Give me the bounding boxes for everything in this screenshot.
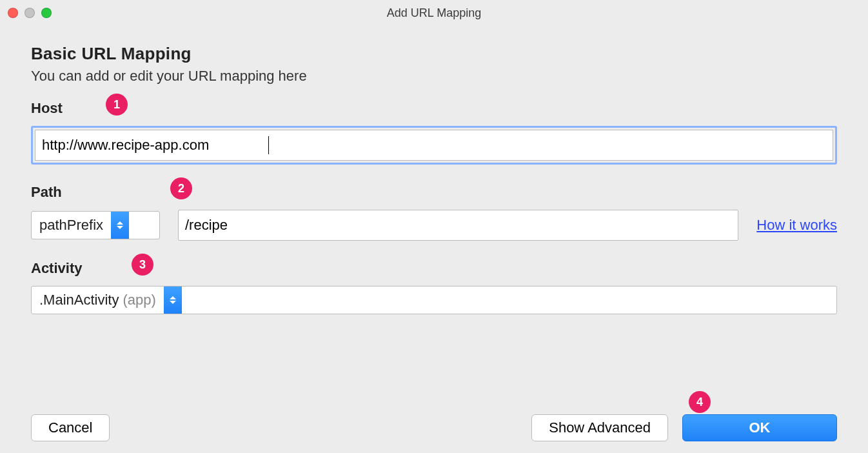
text-caret (268, 136, 269, 154)
dialog-content: Basic URL Mapping You can add or edit yo… (0, 26, 868, 314)
zoom-window-button[interactable] (41, 8, 52, 18)
chevron-up-icon (117, 221, 123, 225)
activity-selected: .MainActivity (app) (32, 287, 164, 314)
dialog-footer: Cancel Show Advanced 4 OK (0, 414, 868, 441)
chevron-down-icon (117, 226, 123, 229)
chevron-up-icon (170, 296, 176, 299)
section-subheading: You can add or edit your URL mapping her… (31, 68, 837, 85)
ok-button[interactable]: OK (682, 414, 837, 441)
show-advanced-button[interactable]: Show Advanced (531, 414, 668, 441)
select-stepper-icon (111, 212, 129, 239)
activity-selected-module: (app) (123, 292, 155, 308)
annotation-badge-2: 2 (170, 177, 192, 199)
path-group: Path 2 pathPrefix How it works (31, 184, 837, 241)
how-it-works-link[interactable]: How it works (756, 217, 837, 234)
host-label: Host (31, 100, 837, 117)
cancel-button[interactable]: Cancel (31, 414, 110, 441)
host-input-wrapper (31, 126, 837, 165)
host-input[interactable] (35, 130, 833, 161)
annotation-badge-1: 1 (106, 94, 128, 116)
host-group: Host 1 (31, 100, 837, 165)
window-controls (8, 8, 52, 18)
annotation-badge-4: 4 (689, 391, 711, 413)
activity-select[interactable]: .MainActivity (app) (31, 286, 837, 314)
select-stepper-icon (164, 287, 182, 314)
chevron-down-icon (170, 301, 176, 304)
activity-group: Activity 3 .MainActivity (app) (31, 260, 837, 314)
path-type-select[interactable]: pathPrefix (31, 211, 160, 239)
close-window-button[interactable] (8, 8, 18, 18)
path-label: Path (31, 184, 837, 201)
annotation-badge-3: 3 (132, 254, 153, 276)
section-heading: Basic URL Mapping (31, 44, 837, 64)
activity-selected-name: .MainActivity (39, 292, 119, 308)
path-input[interactable] (178, 210, 738, 241)
window-title: Add URL Mapping (0, 6, 868, 20)
titlebar: Add URL Mapping (0, 0, 868, 26)
path-type-selected: pathPrefix (32, 212, 111, 239)
minimize-window-button[interactable] (25, 8, 35, 18)
